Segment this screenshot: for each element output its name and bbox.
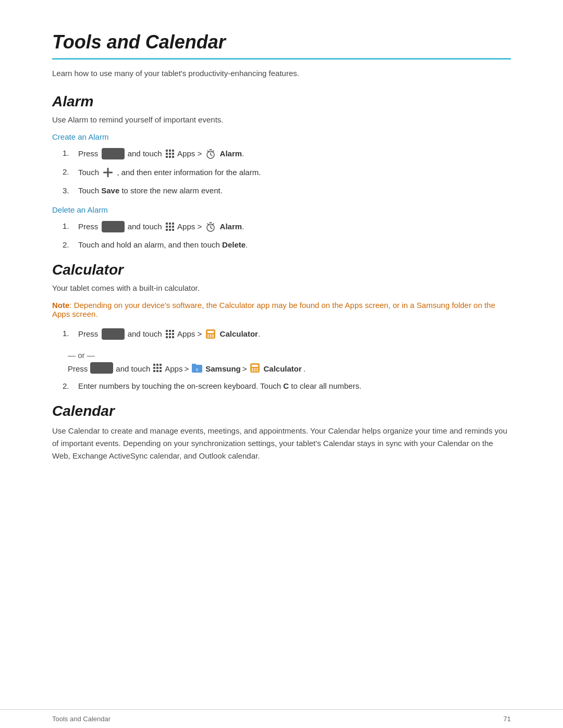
apps-label: Apps [177,329,195,338]
svg-rect-38 [166,336,168,338]
calendar-section: Calendar Use Calendar to create and mana… [52,403,511,462]
arrow-gt: > [197,329,204,338]
calculator-steps: 1. Press and touch Apps [63,329,511,340]
create-alarm-subsection: Create an Alarm 1. Press and touch [52,132,511,195]
step-text-middle: and touch [128,329,162,338]
footer-right: 71 [504,715,511,723]
svg-rect-19 [172,223,174,225]
create-alarm-step-1: 1. Press and touch [63,149,511,160]
svg-rect-34 [172,330,174,332]
calculator-note: Note: Depending on your device's softwar… [52,301,511,318]
note-text: Note: Depending on your device's softwar… [52,301,511,318]
alarm-clock-icon [205,148,216,159]
step-number: 1. [63,149,78,157]
calendar-desc: Use Calendar to create and manage events… [52,425,511,462]
svg-rect-21 [169,226,171,228]
content-area: Tools and Calendar Learn how to use many… [0,0,563,728]
step-number: 1. [63,329,78,338]
footer-left: Tools and Calendar [52,715,111,723]
step-content: Touch Save to store the new alarm event. [78,186,511,195]
svg-rect-23 [166,229,168,231]
step-text-after: to store the new alarm event. [121,186,222,195]
create-alarm-title: Create an Alarm [52,132,511,141]
svg-rect-37 [172,333,174,335]
svg-rect-65 [256,368,258,369]
svg-rect-5 [172,153,174,155]
create-alarm-step-2: 2. Touch , and then enter information fo… [63,167,511,179]
svg-rect-51 [160,364,162,366]
svg-rect-16 [103,172,113,174]
svg-rect-44 [210,335,212,336]
period: . [246,240,248,249]
svg-rect-3 [166,153,168,155]
calculator-section: Calculator Your tablet comes with a buil… [52,262,511,390]
svg-rect-47 [210,337,212,338]
svg-rect-63 [252,368,253,369]
svg-rect-66 [252,371,253,372]
step-content: Press and touch Apps [78,149,511,160]
svg-rect-40 [172,336,174,338]
svg-line-29 [207,224,209,225]
svg-rect-56 [156,370,158,372]
period: . [242,222,244,231]
period: . [242,149,244,158]
apps-grid-icon [153,363,162,373]
samsung-label: Samsung [205,364,241,373]
arrow-gt: > [197,149,204,158]
step-content: Touch , and then enter information for t… [78,167,511,179]
svg-rect-36 [169,333,171,335]
svg-rect-25 [172,229,174,231]
step-content: Touch and hold an alarm, and then touch … [78,240,511,249]
svg-rect-1 [169,150,171,152]
svg-rect-53 [156,367,158,369]
svg-rect-18 [169,223,171,225]
plus-cross-icon [102,167,114,178]
press-text-before: Press [68,364,88,373]
delete-alarm-steps: 1. Press and touch [63,221,511,249]
svg-rect-45 [212,335,214,336]
apps-label: Apps [177,222,195,231]
step-number: 1. [63,221,78,230]
svg-text:S: S [196,367,199,372]
calc-label-2: Calculator [263,364,301,373]
apps-label: Apps [165,364,182,373]
svg-rect-49 [153,364,155,366]
svg-rect-39 [169,336,171,338]
arrow-gt-2: > [242,364,247,373]
apps-grid-icon [165,149,175,158]
svg-rect-6 [166,156,168,158]
svg-rect-50 [156,364,158,366]
step-text-before: Touch [78,186,99,195]
calculator-step2-list: 2. Enter numbers by touching the on-scre… [63,381,511,390]
period: . [303,364,305,373]
svg-rect-42 [207,331,214,333]
step-text-before: Press [78,329,98,338]
svg-line-12 [207,151,209,152]
page-wrapper: Tools and Calendar Learn how to use many… [0,0,563,728]
step-text-before: Touch [78,168,99,177]
apps-grid-icon [165,329,175,339]
calculator-step-1: 1. Press and touch Apps [63,329,511,340]
svg-line-30 [212,224,214,225]
step-number: 3. [63,186,78,195]
create-alarm-steps: 1. Press and touch [63,149,511,195]
svg-rect-62 [252,365,258,367]
step-content: Enter numbers by touching the on-screen … [78,381,511,390]
home-button-icon [102,221,125,232]
step-number: 2. [63,240,78,249]
period: . [258,329,260,338]
save-label: Save [101,186,119,195]
arrow-gt: > [197,222,204,231]
delete-alarm-step-2: 2. Touch and hold an alarm, and then tou… [63,240,511,249]
svg-rect-48 [212,337,214,338]
apps-label: Apps [177,149,195,158]
step-text-middle: and touch [128,222,162,231]
home-button-icon [102,148,125,159]
home-button-icon [90,362,113,374]
svg-rect-67 [254,371,256,372]
or-separator: — or — [68,351,511,360]
note-label: Note [52,301,69,310]
svg-rect-7 [169,156,171,158]
svg-line-11 [211,155,212,156]
samsung-folder-icon: S [191,362,203,374]
